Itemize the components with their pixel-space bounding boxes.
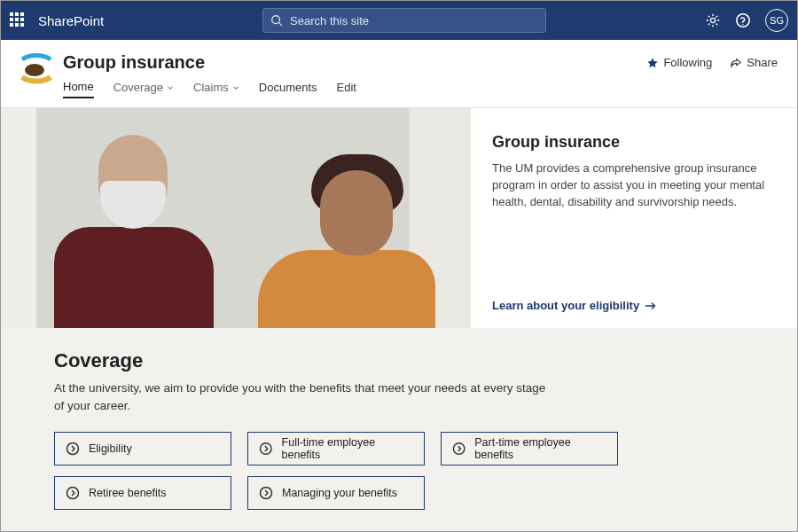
circle-arrow-icon [259,442,273,456]
suite-right: SG [705,9,788,32]
user-avatar[interactable]: SG [765,9,788,32]
share-button[interactable]: Share [730,56,778,69]
svg-point-2 [710,18,715,22]
svg-point-4 [742,24,743,25]
site-logo-icon[interactable] [20,52,52,84]
search-placeholder: Search this site [290,14,369,27]
site-actions: Following Share [646,56,778,69]
share-icon [730,57,742,69]
svg-point-10 [261,488,272,499]
chevron-down-icon [232,84,239,91]
search-input[interactable]: Search this site [262,8,546,33]
circle-arrow-icon [66,486,80,500]
site-headings: Group insurance Home Coverage Claims Doc… [63,52,646,107]
nav-claims[interactable]: Claims [193,80,239,98]
coverage-subtitle: At the university, we aim to provide you… [54,379,551,414]
site-header: Group insurance Home Coverage Claims Doc… [1,40,797,108]
circle-arrow-icon [259,486,273,500]
coverage-title: Coverage [54,349,744,372]
nav-coverage[interactable]: Coverage [113,80,174,98]
svg-point-6 [67,443,79,455]
app-launcher-icon[interactable] [10,12,26,28]
coverage-section: Coverage At the university, we aim to pr… [1,328,797,532]
arrow-right-icon [645,301,657,311]
gear-icon[interactable] [705,12,721,28]
svg-point-0 [272,16,280,24]
circle-arrow-icon [66,442,80,456]
chevron-down-icon [167,84,174,91]
svg-point-8 [453,443,464,454]
svg-point-9 [67,488,79,499]
coverage-card-parttime[interactable]: Part-time employee benefits [441,432,618,466]
star-icon [646,57,659,69]
hero-image [1,108,471,328]
coverage-grid: Eligibility Full-time employee benefits … [54,432,744,510]
hero-text: Group insurance The UM provides a compre… [471,108,797,328]
nav-documents[interactable]: Documents [259,80,317,98]
site-nav: Home Coverage Claims Documents Edit [63,80,646,107]
brand-label[interactable]: SharePoint [38,13,104,28]
nav-home[interactable]: Home [63,80,94,98]
svg-point-5 [25,64,44,76]
site-title: Group insurance [63,52,646,73]
search-wrap: Search this site [104,8,705,33]
nav-edit[interactable]: Edit [337,80,356,98]
help-icon[interactable] [735,12,751,28]
circle-arrow-icon [452,442,466,456]
search-icon [270,14,283,27]
coverage-card-eligibility[interactable]: Eligibility [54,432,231,466]
hero: Group insurance The UM provides a compre… [1,108,797,328]
hero-body: The UM provides a comprehensive group in… [492,160,776,211]
suite-bar: SharePoint Search this site SG [1,1,797,40]
coverage-card-fulltime[interactable]: Full-time employee benefits [247,432,425,466]
coverage-card-retiree[interactable]: Retiree benefits [54,476,231,510]
following-button[interactable]: Following [646,56,712,69]
hero-cta-link[interactable]: Learn about your eligibility [492,299,776,312]
svg-point-7 [260,443,271,455]
svg-line-1 [279,23,283,27]
hero-title: Group insurance [492,133,776,152]
coverage-card-managing[interactable]: Managing your benefits [247,476,425,510]
